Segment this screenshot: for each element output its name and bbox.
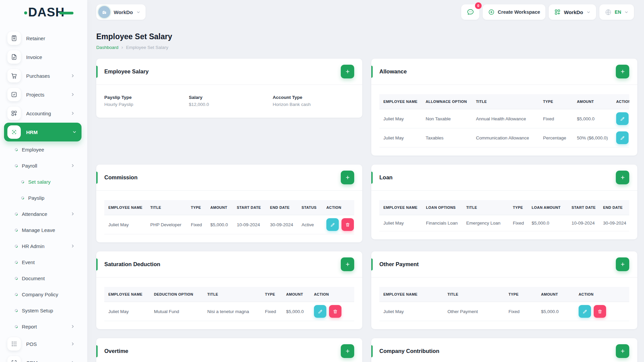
projects-icon xyxy=(7,88,21,101)
add-other-payment-button[interactable] xyxy=(616,257,629,271)
workspace-switcher[interactable]: WorkDo xyxy=(96,4,146,20)
building-icon xyxy=(101,9,107,15)
table-cell: $5,000.0 xyxy=(206,215,233,234)
chevron-right-icon xyxy=(70,163,75,168)
sidebar-item-label: Employee xyxy=(22,147,44,153)
table-row: Juliet MayNon TaxableAnnual Health Allow… xyxy=(379,109,629,128)
sidebar-item-projects[interactable]: Projects xyxy=(0,85,87,104)
bullet-icon xyxy=(14,164,18,168)
chevron-right-icon xyxy=(70,360,75,362)
sidebar-item-retainer[interactable]: Retainer xyxy=(0,29,87,48)
table-cell: Mutual Fund xyxy=(150,302,203,321)
table-cell: $5,000.0 xyxy=(282,302,310,321)
field-value: $12,000.0 xyxy=(189,102,273,107)
sidebar-item-label: Purchases xyxy=(26,73,50,79)
retainer-icon xyxy=(7,32,21,45)
sidebar-item-manage-leave[interactable]: Manage Leave xyxy=(0,222,87,238)
plus-icon xyxy=(620,349,625,354)
field-label: Payslip Type xyxy=(104,95,189,100)
sidebar-item-set-salary[interactable]: Set salary xyxy=(0,174,87,190)
add-allowance-button[interactable] xyxy=(616,65,629,78)
card-title: Company Contribution xyxy=(379,348,439,354)
table-row: Juliet MayFinancials LoanEmergency LoanF… xyxy=(379,215,629,231)
edit-button[interactable] xyxy=(616,131,629,144)
edit-button[interactable] xyxy=(326,218,339,231)
sidebar-item-accounting[interactable]: Accounting xyxy=(0,104,87,123)
table-cell: Percentage xyxy=(539,128,573,147)
column-header: LOAN OPTIONS xyxy=(422,200,462,215)
card-accent-bar xyxy=(371,258,373,270)
sidebar-item-attendance[interactable]: Attendance xyxy=(0,206,87,222)
column-header: END DATE xyxy=(266,200,298,215)
table-cell: $5,000.0 xyxy=(573,109,612,128)
workspace-label: WorkDo xyxy=(114,9,133,15)
sidebar-item-invoice[interactable]: Invoice xyxy=(0,48,87,66)
edit-button[interactable] xyxy=(616,112,629,125)
bullet-icon xyxy=(20,180,25,184)
add-overtime-button[interactable] xyxy=(341,344,354,358)
messages-button[interactable]: 0 xyxy=(461,4,479,20)
other-payment-card: Other Payment EMPLOYEE NAMETITLETYPEAMOU… xyxy=(371,251,637,329)
actions-cell xyxy=(322,215,354,234)
table-cell: Juliet May xyxy=(379,215,422,231)
column-header: EMPLOYEE NAME xyxy=(379,94,422,109)
card-header: Allowance xyxy=(371,59,637,85)
delete-button[interactable] xyxy=(329,305,341,318)
column-header: TITLE xyxy=(462,200,509,215)
column-header: STATUS xyxy=(298,200,322,215)
sidebar-item-document[interactable]: Document xyxy=(0,270,87,286)
add-saturation-deduction-button[interactable] xyxy=(341,257,354,271)
sidebar-item-report[interactable]: Report xyxy=(0,318,87,335)
column-header: TYPE xyxy=(504,287,537,302)
add-loan-button[interactable] xyxy=(616,171,629,184)
add-employee-salary-button[interactable] xyxy=(341,65,354,78)
workdo-menu-button[interactable]: WorkDo xyxy=(549,4,596,20)
bullet-icon xyxy=(14,260,18,264)
delete-button[interactable] xyxy=(341,218,354,231)
table-cell: Communication Allowance xyxy=(472,128,539,147)
create-workspace-button[interactable]: Create Workspace xyxy=(483,4,545,20)
sidebar-item-event[interactable]: Event xyxy=(0,254,87,270)
sidebar-item-employee[interactable]: Employee xyxy=(0,141,87,158)
sidebar-item-label: Projects xyxy=(26,92,44,98)
column-header: TYPE xyxy=(539,94,573,109)
plus-circle-icon xyxy=(488,9,495,15)
actions-cell xyxy=(310,302,354,321)
edit-button[interactable] xyxy=(314,305,326,318)
sidebar-item-payroll[interactable]: Payroll xyxy=(0,158,87,174)
sidebar-item-system-setup[interactable]: System Setup xyxy=(0,302,87,318)
table-cell: Juliet May xyxy=(104,302,150,321)
app-logo[interactable]: DASH xyxy=(24,6,73,18)
field-value: Horizon Bank cash xyxy=(273,102,354,107)
pos-icon xyxy=(7,337,21,351)
card-title: Overtime xyxy=(104,348,128,354)
add-company-contribution-button[interactable] xyxy=(616,344,629,358)
sidebar-item-label: Payslip xyxy=(28,195,44,201)
sidebar-item-company-policy[interactable]: Company Policy xyxy=(0,286,87,302)
sidebar-item-pos[interactable]: POS xyxy=(0,335,87,353)
hrm-icon xyxy=(7,125,21,139)
crm-icon xyxy=(7,356,21,362)
language-selector[interactable]: EN xyxy=(599,4,634,20)
sidebar-item-hrm[interactable]: HRM xyxy=(4,123,82,141)
edit-button[interactable] xyxy=(579,305,591,318)
sidebar-item-purchases[interactable]: Purchases xyxy=(0,66,87,85)
table-cell: 50% ($6,000.0) xyxy=(573,128,612,147)
commission-table: EMPLOYEE NAMETITLETYPEAMOUNTSTART DATEEN… xyxy=(104,200,354,234)
delete-button[interactable] xyxy=(594,305,606,318)
other-payment-table: EMPLOYEE NAMETITLETYPEAMOUNTACTIONJuliet… xyxy=(379,287,629,321)
table-row: Juliet MayMutual FundNisi a tenetur magn… xyxy=(104,302,354,321)
breadcrumb-dashboard-link[interactable]: Dashboard xyxy=(96,45,118,50)
chevron-right-icon xyxy=(70,244,75,248)
sidebar-item-payslip[interactable]: Payslip xyxy=(0,190,87,206)
sidebar-item-hr-admin[interactable]: HR Admin xyxy=(0,238,87,254)
sidebar-item-label: Invoice xyxy=(26,54,42,60)
logo-dot-icon xyxy=(24,11,27,14)
column-header: TITLE xyxy=(203,287,261,302)
column-header: AMOUNT xyxy=(537,287,575,302)
add-commission-button[interactable] xyxy=(341,171,354,184)
table-cell: $5,000.0 xyxy=(528,215,568,231)
invoice-icon xyxy=(7,50,21,64)
sidebar-item-crm[interactable]: CRM xyxy=(0,353,87,362)
table-header-row: EMPLOYEE NAMETITLETYPEAMOUNTACTION xyxy=(379,287,629,302)
